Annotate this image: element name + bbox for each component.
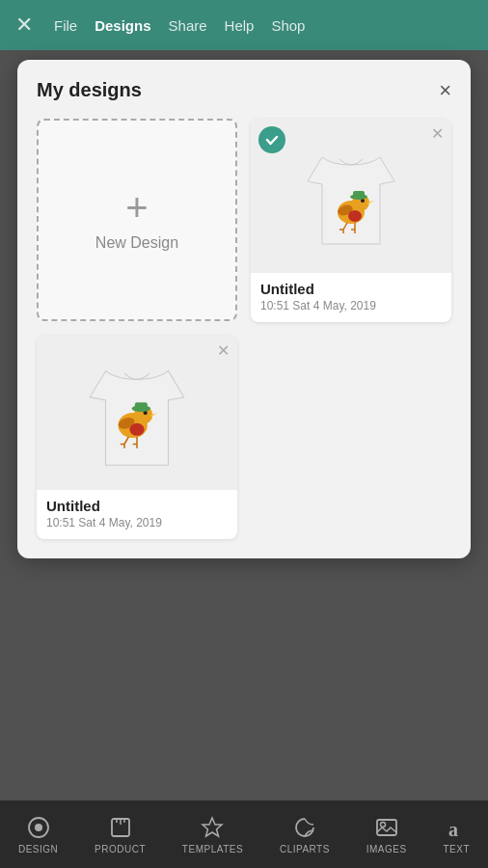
svg-point-7 [348, 210, 362, 222]
design-card-1-image: ✕ [251, 119, 451, 273]
modal-header: My designs × [37, 79, 451, 101]
bottom-nav-product-label: Product [95, 844, 146, 854]
card-close-icon-1[interactable]: ✕ [431, 124, 444, 143]
nav-help[interactable]: Help [225, 17, 255, 34]
design-2-name: Untitled [46, 498, 228, 514]
nav-shop[interactable]: Shop [271, 17, 305, 34]
bottom-nav-product[interactable]: Product [95, 815, 146, 854]
selected-badge [258, 126, 285, 153]
my-designs-modal: My designs × + New Design ✕ [17, 60, 471, 558]
nav-designs[interactable]: Designs [95, 17, 150, 34]
card-close-icon-2[interactable]: ✕ [217, 341, 230, 360]
tshirt-svg-1 [303, 138, 399, 254]
top-navigation: ✕ File Designs Share Help Shop [0, 0, 488, 50]
svg-rect-6 [353, 191, 365, 198]
bottom-nav-text[interactable]: a Text [443, 815, 470, 854]
tshirt-svg-2 [84, 350, 190, 475]
svg-text:a: a [448, 819, 458, 840]
design-card-1[interactable]: ✕ [251, 119, 451, 322]
modal-close-button[interactable]: × [439, 80, 451, 101]
design-1-name: Untitled [260, 281, 442, 297]
design-card-2[interactable]: ✕ [37, 336, 237, 539]
nav-file[interactable]: File [54, 17, 77, 34]
bottom-nav-templates[interactable]: Templates [182, 815, 243, 854]
new-design-card[interactable]: + New Design [37, 119, 237, 321]
modal-overlay: My designs × + New Design ✕ [0, 50, 488, 800]
bottom-nav-design[interactable]: Design [18, 815, 58, 854]
plus-icon: + [125, 188, 148, 227]
bottom-nav-templates-label: Templates [182, 844, 243, 854]
svg-point-21 [129, 423, 144, 436]
design-card-1-info: Untitled 10:51 Sat 4 May, 2019 [251, 273, 451, 322]
design-grid: + New Design ✕ [37, 119, 451, 539]
svg-rect-20 [135, 402, 148, 410]
bottom-nav-text-label: Text [443, 844, 470, 854]
bottom-nav-cliparts[interactable]: Cliparts [280, 815, 330, 854]
modal-title: My designs [37, 79, 142, 101]
bottom-nav-images-label: Images [366, 844, 407, 854]
nav-close-icon[interactable]: ✕ [15, 13, 33, 38]
bottom-navigation: Design Product Templates Cliparts Images [0, 800, 488, 868]
svg-point-29 [35, 824, 42, 831]
bottom-nav-images[interactable]: Images [366, 815, 407, 854]
bottom-nav-design-label: Design [18, 844, 58, 854]
bottom-nav-cliparts-label: Cliparts [280, 844, 330, 854]
design-card-2-info: Untitled 10:51 Sat 4 May, 2019 [37, 490, 237, 539]
nav-share[interactable]: Share [169, 17, 207, 34]
svg-marker-31 [203, 818, 222, 836]
svg-rect-32 [377, 820, 396, 835]
svg-point-33 [380, 822, 385, 827]
new-design-label: New Design [95, 234, 178, 252]
design-2-date: 10:51 Sat 4 May, 2019 [46, 516, 228, 529]
design-1-date: 10:51 Sat 4 May, 2019 [260, 299, 442, 312]
design-card-2-image: ✕ [37, 336, 237, 490]
